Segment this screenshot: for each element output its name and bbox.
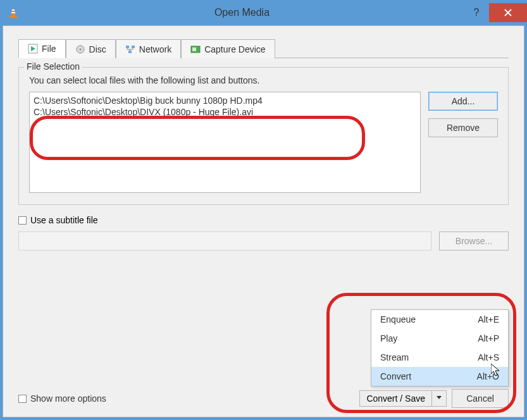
close-button[interactable] [489,3,527,22]
menu-item-shortcut: Alt+P [478,333,499,343]
svg-point-9 [79,48,81,50]
menu-item-shortcut: Alt+E [478,314,499,324]
window-title: Open Media [20,7,464,18]
cancel-button[interactable]: Cancel [452,389,509,408]
file-list-item[interactable]: C:\Users\Softonic\Desktop\DIVX (1080p - … [34,106,416,118]
menu-item-label: Enqueue [380,314,416,324]
menu-item-label: Play [380,333,397,343]
menu-item-stream[interactable]: Stream Alt+S [371,348,508,367]
svg-rect-3 [9,16,17,18]
file-selection-desc: You can select local files with the foll… [29,75,498,85]
tab-label: Capture Device [204,44,266,54]
file-list[interactable]: C:\Users\Softonic\Desktop\Big buck bunny… [29,92,421,193]
capture-device-icon [190,44,201,54]
tab-label: File [42,44,56,54]
group-legend: File Selection [24,61,82,71]
convert-save-split-button[interactable]: Convert / Save [359,390,447,407]
file-list-item[interactable]: C:\Users\Softonic\Desktop\Big buck bunny… [34,95,416,106]
menu-item-play[interactable]: Play Alt+P [371,329,508,348]
vlc-cone-icon [6,6,20,20]
svg-rect-18 [192,47,196,51]
help-button[interactable]: ? [464,3,489,22]
tab-file[interactable]: File [18,39,66,58]
tab-network[interactable]: Network [116,39,181,58]
bottom-bar: Show more options Convert / Save Cancel [18,389,509,408]
svg-marker-0 [11,7,15,16]
browse-button: Browse... [439,232,509,250]
tab-label: Network [139,44,171,54]
show-more-checkbox[interactable] [18,395,27,403]
svg-rect-10 [126,46,129,48]
svg-rect-11 [132,46,135,48]
svg-marker-19 [437,396,442,399]
file-selection-group: File Selection You can select local file… [18,67,509,205]
tab-capture[interactable]: Capture Device [181,39,275,58]
disc-icon [75,44,85,54]
svg-rect-2 [11,12,15,13]
menu-item-enqueue[interactable]: Enqueue Alt+E [371,310,508,329]
tab-disc[interactable]: Disc [66,39,116,58]
subtitle-checkbox-label: Use a subtitle file [30,215,98,225]
network-icon [125,44,135,54]
window-body: File Disc Network Capture Device [3,25,524,417]
convert-save-button-label[interactable]: Convert / Save [359,390,432,407]
menu-item-shortcut: Alt+O [477,371,499,381]
menu-item-label: Stream [380,352,409,362]
menu-item-shortcut: Alt+S [478,352,499,362]
show-more-label: Show more options [30,393,106,404]
menu-item-label: Convert [380,371,411,381]
svg-rect-1 [12,9,15,11]
svg-rect-12 [128,51,132,53]
add-button[interactable]: Add... [428,92,498,111]
tab-label: Disc [89,44,106,54]
dropdown-arrow-icon[interactable] [432,390,447,407]
subtitle-path-field [18,232,431,250]
titlebar: Open Media ? [0,0,527,25]
file-play-icon [28,44,38,54]
tabstrip: File Disc Network Capture Device [18,39,509,58]
remove-button[interactable]: Remove [428,118,498,137]
convert-save-menu: Enqueue Alt+E Play Alt+P Stream Alt+S Co… [371,309,509,386]
menu-item-convert[interactable]: Convert Alt+O [371,367,508,386]
subtitle-checkbox[interactable] [18,216,27,225]
